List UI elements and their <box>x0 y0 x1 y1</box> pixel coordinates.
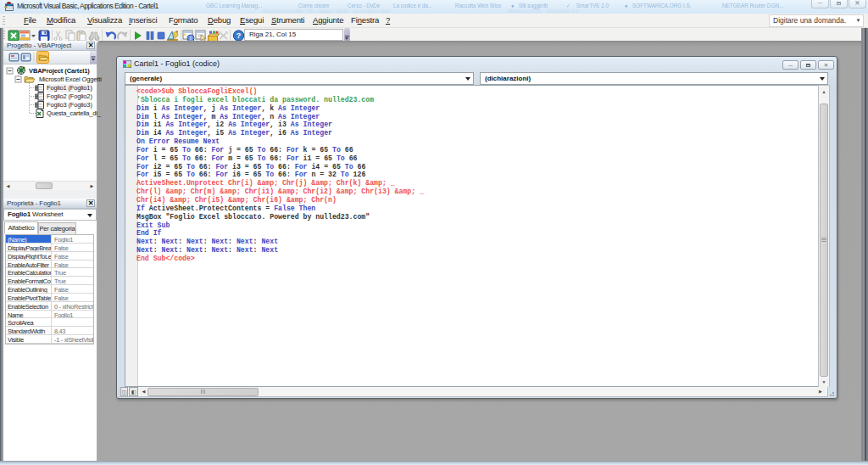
svg-text:?: ? <box>236 31 242 40</box>
